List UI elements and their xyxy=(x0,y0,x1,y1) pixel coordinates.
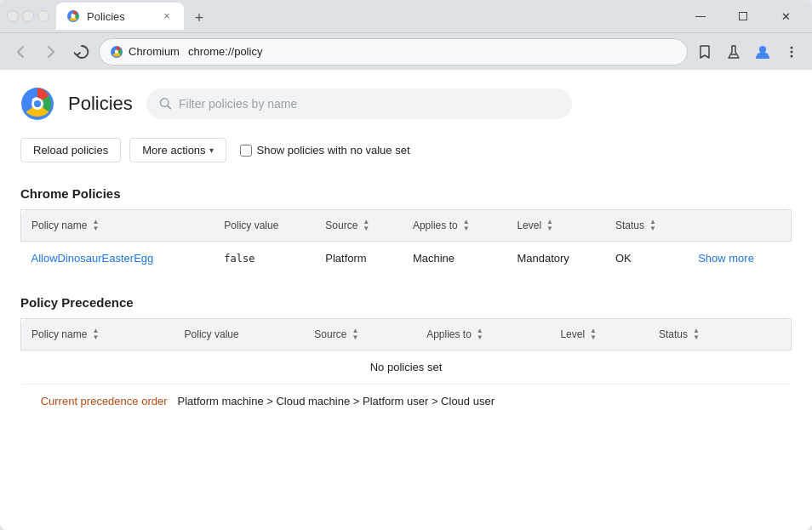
search-input[interactable] xyxy=(179,97,559,111)
nav-actions xyxy=(691,38,805,66)
th2-level[interactable]: Level ▲▼ xyxy=(550,319,649,350)
svg-point-10 xyxy=(791,46,793,48)
sort2-status-icon[interactable]: ▲▼ xyxy=(693,328,700,341)
tab-close-button[interactable]: × xyxy=(160,9,174,23)
address-url: chrome://policy xyxy=(188,45,262,58)
policy-precedence-table: Policy name ▲▼ Policy value Source xyxy=(20,318,792,418)
policy-level-cell: Mandatory xyxy=(506,242,604,276)
th-policy-name[interactable]: Policy name ▲▼ xyxy=(21,210,214,242)
policy-value: false xyxy=(224,253,254,265)
title-bar-controls: ✕ xyxy=(681,3,805,29)
profile-button[interactable] xyxy=(749,38,776,66)
sort2-source-icon[interactable]: ▲▼ xyxy=(352,328,358,341)
th2-actions xyxy=(755,319,792,350)
th-applies-to[interactable]: Applies to ▲▼ xyxy=(403,210,506,242)
policy-precedence-title: Policy Precedence xyxy=(20,295,792,310)
action-bar: Reload policies More actions ▾ Show poli… xyxy=(20,138,792,162)
sort2-policy-name-icon[interactable]: ▲▼ xyxy=(92,328,99,341)
chrome-policies-title: Chrome Policies xyxy=(20,186,792,201)
th-policy-value[interactable]: Policy value xyxy=(214,210,315,242)
new-tab-button[interactable]: + xyxy=(187,6,211,30)
th-source[interactable]: Source ▲▼ xyxy=(315,210,403,242)
maximize-button[interactable]: □ xyxy=(22,10,34,22)
policy-action-cell: Show more xyxy=(688,242,791,276)
back-button[interactable] xyxy=(7,38,34,66)
reload-policies-button[interactable]: Reload policies xyxy=(20,138,121,162)
address-brand: Chromium xyxy=(129,45,180,58)
policy-value-cell: false xyxy=(214,242,315,276)
refresh-button[interactable] xyxy=(68,38,95,66)
address-favicon xyxy=(110,45,123,59)
active-tab[interactable]: Policies × xyxy=(56,3,184,30)
precedence-header-row: Policy name ▲▼ Policy value Source xyxy=(21,319,792,350)
svg-point-7 xyxy=(115,50,118,54)
page-content: Policies Reload policies More actions ▾ … xyxy=(0,70,812,530)
svg-point-12 xyxy=(791,54,793,57)
sort-level-icon[interactable]: ▲▼ xyxy=(546,219,553,232)
sort-status-icon[interactable]: ▲▼ xyxy=(649,219,656,232)
precedence-order-value: Platform machine > Cloud machine > Platf… xyxy=(178,395,495,407)
precedence-order-container: Current precedence order Platform machin… xyxy=(21,385,792,418)
window-close-button[interactable]: ✕ xyxy=(766,3,805,29)
more-actions-button[interactable]: More actions ▾ xyxy=(129,138,226,162)
svg-point-11 xyxy=(791,50,793,53)
page-title: Policies xyxy=(68,93,133,115)
window-maximize-button[interactable] xyxy=(723,3,763,29)
no-policies-row: No policies set xyxy=(21,350,792,385)
window-controls: − □ ✕ xyxy=(7,10,49,22)
th2-applies-to[interactable]: Applies to ▲▼ xyxy=(416,319,550,350)
close-button[interactable]: ✕ xyxy=(37,10,49,22)
no-policies-text: No policies set xyxy=(21,350,792,385)
sort-policy-name-icon[interactable]: ▲▼ xyxy=(92,219,99,232)
tab-bar: Policies × + xyxy=(56,3,678,30)
address-bar[interactable]: Chromium chrome://policy xyxy=(99,38,688,66)
th-status[interactable]: Status ▲▼ xyxy=(605,210,688,242)
policy-applies-to-cell: Machine xyxy=(403,242,506,276)
window-minimize-button[interactable] xyxy=(681,3,720,29)
th-actions xyxy=(688,210,791,242)
chrome-policies-section: Chrome Policies Policy name ▲▼ Policy va… xyxy=(20,186,792,275)
th2-policy-value[interactable]: Policy value xyxy=(174,319,305,350)
sort-applies-to-icon[interactable]: ▲▼ xyxy=(463,219,470,232)
svg-rect-4 xyxy=(740,13,747,20)
th-level[interactable]: Level ▲▼ xyxy=(506,210,604,242)
svg-line-18 xyxy=(168,105,170,108)
dropdown-arrow-icon: ▾ xyxy=(209,145,214,155)
menu-button[interactable] xyxy=(778,38,805,66)
page-logo xyxy=(20,87,54,121)
precedence-order-label: Current precedence order xyxy=(31,395,168,407)
policy-name-cell: AllowDinosaurEasterEgg xyxy=(21,242,214,276)
show-no-value-checkbox[interactable] xyxy=(240,145,252,157)
tab-favicon xyxy=(66,9,80,23)
search-icon xyxy=(159,97,172,111)
search-box[interactable] xyxy=(146,88,572,119)
precedence-order-row: Current precedence order Platform machin… xyxy=(21,385,792,419)
policy-status-cell: OK xyxy=(605,242,688,276)
show-no-value-label: Show policies with no value set xyxy=(257,144,410,157)
svg-point-16 xyxy=(34,100,41,107)
sort-source-icon[interactable]: ▲▼ xyxy=(363,219,369,232)
policy-precedence-section: Policy Precedence Policy name ▲▼ Policy … xyxy=(20,295,792,418)
sort2-applies-to-icon[interactable]: ▲▼ xyxy=(477,328,483,341)
minimize-button[interactable]: − xyxy=(7,10,19,22)
show-no-value-checkbox-label[interactable]: Show policies with no value set xyxy=(240,144,410,157)
th2-status[interactable]: Status ▲▼ xyxy=(649,319,755,350)
svg-rect-3 xyxy=(695,16,706,17)
chrome-policies-table: Policy name ▲▼ Policy value Source xyxy=(20,209,792,275)
browser-window: − □ ✕ Policies xyxy=(0,0,812,530)
th2-policy-name[interactable]: Policy name ▲▼ xyxy=(21,319,174,350)
policy-source-cell: Platform xyxy=(315,242,403,276)
more-actions-label: More actions xyxy=(142,144,205,157)
page-header: Policies xyxy=(20,87,792,121)
sort2-level-icon[interactable]: ▲▼ xyxy=(590,328,597,341)
show-more-button[interactable]: Show more xyxy=(698,252,754,265)
th2-source[interactable]: Source ▲▼ xyxy=(304,319,416,350)
experiments-button[interactable] xyxy=(720,38,747,66)
forward-button[interactable] xyxy=(37,38,65,66)
nav-bar: Chromium chrome://policy xyxy=(0,32,812,70)
svg-point-9 xyxy=(759,46,766,53)
precedence-order-cell: Current precedence order Platform machin… xyxy=(21,385,792,419)
policy-name-link[interactable]: AllowDinosaurEasterEgg xyxy=(31,252,204,265)
chrome-policies-header-row: Policy name ▲▼ Policy value Source xyxy=(21,210,792,242)
bookmark-button[interactable] xyxy=(691,38,718,66)
